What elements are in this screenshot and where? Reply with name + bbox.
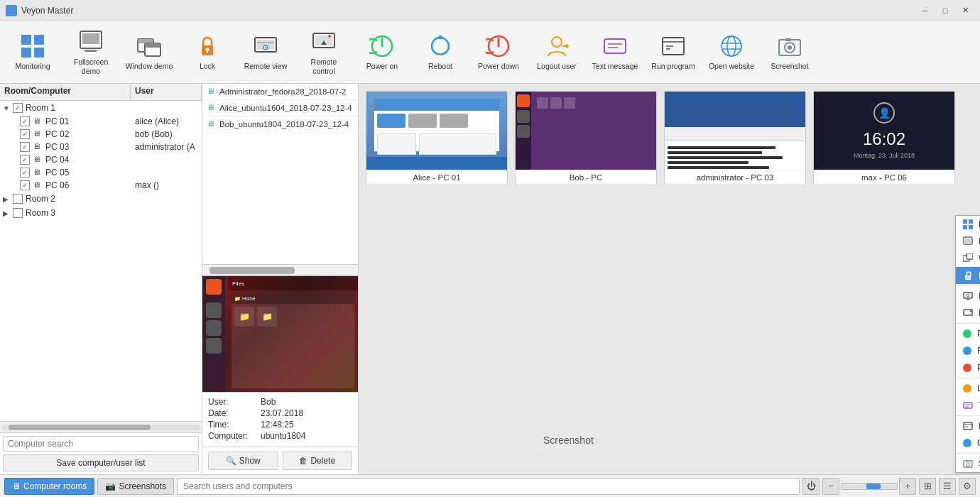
close-button[interactable]: ✕ bbox=[956, 4, 974, 18]
fullscreen-demo-button[interactable]: Fullscreen demo bbox=[62, 25, 119, 80]
ctx-run-program[interactable]: Run program bbox=[956, 417, 980, 435]
window-controls: ─ □ ✕ bbox=[916, 4, 974, 18]
pc-05-row[interactable]: ✓ 🖥 PC 05 bbox=[0, 166, 202, 179]
thumbnail-max-pc06[interactable]: 👤 16:02 Montag, 23. Juli 2018 max - PC 0… bbox=[813, 91, 955, 185]
pc-02-row[interactable]: ✓ 🖥 PC 02 bob (Bob) bbox=[0, 128, 202, 141]
remote-control-icon bbox=[311, 29, 337, 55]
list-view-button[interactable]: ☰ bbox=[939, 478, 956, 495]
main-area: Room/Computer User ▼ ✓ Room 1 ✓ 🖥 PC 01 … bbox=[0, 84, 980, 474]
pc-02-checkbox[interactable]: ✓ bbox=[20, 129, 30, 139]
user-search-input[interactable] bbox=[177, 478, 800, 495]
sidebar-scrollbar-thumb[interactable] bbox=[9, 425, 151, 430]
monitoring-button[interactable]: Monitoring bbox=[4, 25, 61, 80]
fullscreen-demo-label: Fullscreen demo bbox=[66, 58, 116, 75]
svg-point-67 bbox=[967, 463, 970, 466]
thumbnail-alice-pc01[interactable]: Alice - PC 01 bbox=[366, 91, 508, 185]
svg-point-54 bbox=[967, 277, 969, 278]
date-label: Date: bbox=[208, 408, 258, 418]
ctx-logout-user[interactable]: Logout user bbox=[956, 380, 980, 397]
reboot-label: Reboot bbox=[428, 62, 452, 71]
window-demo-button[interactable]: Window demo bbox=[121, 25, 178, 80]
sessions-scrollbar[interactable] bbox=[202, 264, 358, 275]
pc-01-row[interactable]: ✓ 🖥 PC 01 alice (Alice) bbox=[0, 115, 202, 128]
session-item-2[interactable]: 🖥 Bob_ubuntu1804_2018-07-23_12-4 bbox=[202, 116, 358, 133]
reboot-button[interactable]: Reboot bbox=[412, 25, 469, 80]
thumbnail-admin-pc03[interactable]: administrator - PC 03 bbox=[664, 91, 806, 185]
pc-04-row[interactable]: ✓ 🖥 PC 04 bbox=[0, 153, 202, 166]
logout-user-button[interactable]: Logout user bbox=[528, 25, 585, 80]
run-program-button[interactable]: Run program bbox=[645, 25, 702, 80]
pc-03-row[interactable]: ✓ 🖥 PC 03 administrator (A bbox=[0, 141, 202, 153]
maximize-button[interactable]: □ bbox=[936, 4, 954, 18]
ctx-open-website[interactable]: Open website bbox=[956, 435, 980, 452]
screenshot-button[interactable]: Screenshot bbox=[761, 25, 818, 80]
lock-icon bbox=[195, 33, 220, 59]
pc-02-name: PC 02 bbox=[45, 129, 132, 139]
remote-control-button[interactable]: Remote control bbox=[295, 25, 352, 80]
delete-button[interactable]: 🗑 Delete bbox=[283, 452, 353, 470]
open-website-button[interactable]: Open website bbox=[703, 25, 760, 80]
ctx-window-demo[interactable]: Window demo bbox=[956, 250, 980, 267]
titlebar: Veyon Master ─ □ ✕ bbox=[0, 0, 980, 21]
ctx-remote-view[interactable]: Remote view bbox=[956, 288, 980, 305]
room-2-checkbox[interactable] bbox=[13, 194, 23, 204]
pc-03-checkbox[interactable]: ✓ bbox=[20, 142, 30, 152]
remote-control-label: Remote control bbox=[299, 58, 349, 75]
ctx-power-down[interactable]: Power down bbox=[956, 359, 980, 376]
svg-rect-44 bbox=[785, 38, 791, 41]
svg-point-57 bbox=[967, 294, 969, 297]
svg-rect-63 bbox=[964, 422, 972, 430]
lock-button[interactable]: Lock bbox=[179, 25, 236, 80]
zoom-out-button[interactable]: − bbox=[822, 478, 839, 495]
computer-search-input[interactable] bbox=[3, 436, 199, 452]
monitoring-icon bbox=[20, 33, 45, 59]
room-2-label: Room 2 bbox=[26, 194, 55, 204]
session-item-1[interactable]: 🖥 Alice_ubuntu1604_2018-07-23_12-4 bbox=[202, 100, 358, 116]
room-3-checkbox[interactable] bbox=[13, 208, 23, 218]
sidebar-header: Room/Computer User bbox=[0, 84, 202, 101]
pc-01-checkbox[interactable]: ✓ bbox=[20, 116, 30, 126]
sidebar-horizontal-scrollbar[interactable] bbox=[0, 421, 202, 432]
zoom-thumb[interactable] bbox=[866, 484, 881, 489]
power-on-button[interactable]: Power on bbox=[354, 25, 410, 80]
pc-04-checkbox[interactable]: ✓ bbox=[20, 155, 30, 165]
zoom-in-button[interactable]: + bbox=[899, 478, 916, 495]
room-3-header[interactable]: ▶ Room 3 bbox=[0, 206, 202, 220]
ctx-fullscreen-demo[interactable]: Fullscreen demo bbox=[956, 233, 980, 250]
show-button[interactable]: 🔍 Show bbox=[208, 452, 278, 470]
room-1-header[interactable]: ▼ ✓ Room 1 bbox=[0, 101, 202, 115]
room-2-header[interactable]: ▶ Room 2 bbox=[0, 192, 202, 206]
pc-06-name: PC 06 bbox=[45, 180, 132, 190]
pc-06-checkbox[interactable]: ✓ bbox=[20, 180, 30, 190]
thumbnail-bob-pc02[interactable]: Bob - PC bbox=[515, 91, 657, 185]
pc-05-checkbox[interactable]: ✓ bbox=[20, 168, 30, 178]
grid-view-button[interactable]: ⊞ bbox=[919, 478, 936, 495]
remote-view-button[interactable]: Remote view bbox=[237, 25, 294, 80]
save-computer-user-list-button[interactable]: Save computer/user list bbox=[3, 454, 199, 471]
ctx-screenshot[interactable]: Screenshot bbox=[956, 455, 980, 472]
power-down-button[interactable]: Power down bbox=[470, 25, 527, 80]
room-1-checkbox[interactable]: ✓ bbox=[13, 103, 23, 113]
pc-06-row[interactable]: ✓ 🖥 PC 06 max () bbox=[0, 179, 202, 192]
max-user-icon: 👤 bbox=[873, 102, 895, 124]
ctx-monitoring[interactable]: Monitoring bbox=[956, 216, 980, 233]
zoom-track[interactable] bbox=[841, 483, 898, 490]
ctx-remote-control[interactable]: Remote control bbox=[956, 305, 980, 322]
ctx-power-on[interactable]: Power on bbox=[956, 325, 980, 342]
power-icon-button[interactable]: ⏻ bbox=[802, 478, 820, 495]
thumbnail-max-pc06-image: 👤 16:02 Montag, 23. Juli 2018 bbox=[814, 92, 954, 170]
computer-rooms-button[interactable]: 🖥 Computer rooms bbox=[4, 478, 94, 495]
computer-rooms-label: Computer rooms bbox=[23, 481, 87, 491]
ctx-text-message[interactable]: Text message bbox=[956, 397, 980, 414]
sessions-scroll-thumb[interactable] bbox=[209, 267, 295, 274]
sidebar-scrollbar-track[interactable] bbox=[1, 425, 200, 430]
open-website-icon bbox=[719, 33, 744, 59]
settings-button[interactable]: ⚙ bbox=[959, 478, 976, 495]
ctx-lock[interactable]: Lock bbox=[956, 267, 980, 284]
screenshots-button[interactable]: 📷 Screenshots bbox=[97, 478, 174, 495]
session-item-0[interactable]: 🖥 Administrator_fedora28_2018-07-2 bbox=[202, 84, 358, 100]
ctx-reboot[interactable]: Reboot bbox=[956, 342, 980, 359]
svg-rect-5 bbox=[82, 33, 99, 44]
minimize-button[interactable]: ─ bbox=[916, 4, 935, 18]
text-message-button[interactable]: Text message bbox=[587, 25, 643, 80]
